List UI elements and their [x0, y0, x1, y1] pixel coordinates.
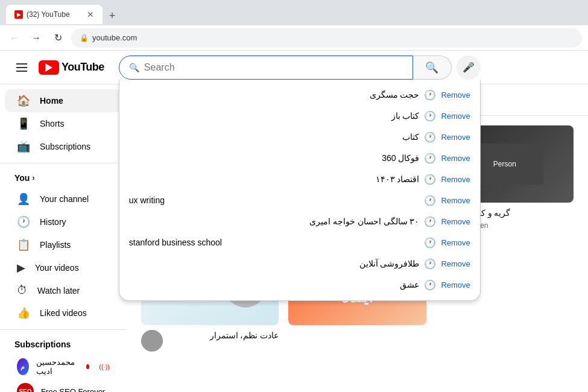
sidebar-item-subscriptions[interactable]: 📺 Subscriptions	[5, 135, 122, 158]
subscription-item-1[interactable]: م محمدحسین ادیب ((·))	[5, 354, 122, 379]
search-suggestions-dropdown: Remove🕐حجت مسگریRemove🕐کتاب بازRemove🕐کت…	[119, 80, 481, 301]
video-info-4: عادت نظم، استمرار	[141, 325, 279, 352]
tab-favicon: ▶	[14, 10, 23, 19]
suggestion-text-7: stanford business school	[129, 238, 420, 247]
yt-logo-text: YouTube	[62, 61, 104, 74]
subscriptions-icon: 📺	[17, 140, 30, 153]
suggestion-remove-1[interactable]: Remove	[441, 112, 470, 121]
suggestion-remove-4[interactable]: Remove	[441, 175, 470, 184]
browser-nav-bar: ← → ↻ 🔒 youtube.com	[0, 25, 588, 51]
yt-logo[interactable]: YouTube	[39, 60, 104, 75]
suggestion-remove-8[interactable]: Remove	[441, 259, 470, 268]
suggestion-text-0: حجت مسگری	[129, 90, 420, 100]
suggestion-item-9[interactable]: Remove🕐عشق	[119, 274, 480, 296]
browser-chrome: ▶ (32) YouTube ✕ +	[0, 0, 588, 25]
suggestion-remove-3[interactable]: Remove	[441, 154, 470, 163]
mic-button[interactable]: 🎤	[457, 55, 481, 80]
sidebar-item-home[interactable]: 🏠 Home	[5, 89, 122, 112]
suggestion-remove-2[interactable]: Remove	[441, 133, 470, 142]
subscription-item-2[interactable]: SEO Free SEO Forever	[5, 379, 122, 392]
suggestion-text-6: ۳۰ سالگی احسان خواجه امیری	[129, 217, 420, 226]
suggestion-item-1[interactable]: Remove🕐کتاب باز	[119, 106, 480, 127]
suggestion-clock-0: 🕐	[424, 89, 436, 101]
sub-avatar-2: SEO	[17, 383, 34, 392]
suggestion-item-4[interactable]: Remove🕐اقتصاد ۱۴۰۳	[119, 169, 480, 190]
you-section-title[interactable]: You ›	[0, 168, 127, 188]
new-tab-button[interactable]: +	[104, 7, 121, 24]
browser-tab[interactable]: ▶ (32) YouTube ✕	[6, 5, 103, 24]
address-bar[interactable]: 🔒 youtube.com	[71, 28, 582, 48]
watch-later-icon: ⏱	[17, 284, 28, 297]
suggestion-item-0[interactable]: Remove🕐حجت مسگری	[119, 84, 480, 106]
suggestion-remove-0[interactable]: Remove	[441, 90, 470, 100]
reload-button[interactable]: ↻	[49, 30, 66, 46]
back-button[interactable]: ←	[6, 30, 23, 46]
suggestion-text-2: کتاب	[129, 132, 420, 142]
suggestion-clock-2: 🕐	[424, 131, 436, 143]
sidebar-label-playlists: Playlists	[40, 240, 71, 250]
subscriptions-section-title: Subscriptions	[0, 335, 127, 354]
search-button[interactable]: 🔍	[413, 55, 452, 80]
sidebar-label-watch-later: Watch later	[37, 286, 80, 296]
suggestion-clock-4: 🕐	[424, 174, 436, 185]
live-indicator-1	[86, 364, 90, 369]
shorts-icon: 📱	[17, 117, 30, 130]
search-input[interactable]	[144, 62, 403, 73]
url-text: youtube.com	[92, 33, 137, 42]
search-prefix-icon: 🔍	[129, 63, 139, 72]
suggestion-item-3[interactable]: Remove🕐فوکال 360	[119, 148, 480, 169]
search-box[interactable]: 🔍	[119, 55, 413, 80]
suggestion-item-6[interactable]: Remove🕐۳۰ سالگی احسان خواجه امیری	[119, 211, 480, 232]
sidebar-divider-2	[0, 329, 127, 330]
sidebar-label-your-channel: Your channel	[40, 194, 89, 204]
youtube-app: YouTube 🔍 🔍 Remove🕐حجت مسگریRemove🕐کتاب …	[0, 51, 588, 392]
video-meta-4: عادت نظم، استمرار	[168, 330, 279, 352]
chevron-right-icon: ›	[32, 174, 34, 182]
home-icon: 🏠	[17, 94, 30, 107]
sub-label-2: Free SEO Forever	[41, 387, 105, 393]
hamburger-menu-button[interactable]	[10, 55, 34, 80]
yt-logo-icon	[39, 60, 59, 75]
sidebar-item-watch-later[interactable]: ⏱ Watch later	[5, 279, 122, 302]
suggestion-remove-9[interactable]: Remove	[441, 280, 470, 289]
sidebar-item-your-videos[interactable]: ▶ Your videos	[5, 256, 122, 279]
sidebar-item-shorts[interactable]: 📱 Shorts	[5, 112, 122, 135]
search-wrapper: 🔍 🔍 Remove🕐حجت مسگریRemove🕐کتاب بازRemov…	[119, 55, 481, 80]
suggestion-item-5[interactable]: Remove🕐ux writing	[119, 190, 480, 211]
sidebar-label-subscriptions: Subscriptions	[40, 142, 90, 151]
history-icon: 🕐	[17, 215, 30, 229]
sidebar-item-liked-videos[interactable]: 👍 Liked videos	[5, 302, 122, 324]
sidebar-item-your-channel[interactable]: 👤 Your channel	[5, 188, 122, 210]
suggestion-clock-7: 🕐	[424, 237, 436, 248]
sidebar-label-history: History	[40, 217, 66, 227]
playlists-icon: 📋	[17, 238, 30, 251]
sidebar-label-your-videos: Your videos	[35, 263, 79, 273]
suggestion-text-4: اقتصاد ۱۴۰۳	[129, 174, 420, 184]
suggestion-remove-6[interactable]: Remove	[441, 217, 470, 226]
forward-button[interactable]: →	[28, 30, 45, 46]
sub-label-1: محمدحسین ادیب	[36, 358, 77, 376]
subscriptions-label: Subscriptions	[14, 340, 71, 349]
tab-close-button[interactable]: ✕	[87, 10, 94, 19]
secure-icon: 🔒	[80, 34, 89, 42]
suggestion-clock-3: 🕐	[424, 153, 436, 164]
suggestion-clock-6: 🕐	[424, 216, 436, 227]
sidebar-item-history[interactable]: 🕐 History	[5, 210, 122, 233]
suggestion-clock-8: 🕐	[424, 258, 436, 270]
suggestion-item-2[interactable]: Remove🕐کتاب	[119, 127, 480, 148]
sidebar-item-playlists[interactable]: 📋 Playlists	[5, 233, 122, 256]
mic-icon: 🎤	[463, 62, 475, 73]
suggestion-item-7[interactable]: Remove🕐stanford business school	[119, 232, 480, 253]
suggestion-text-8: طلافروشی آنلاین	[129, 259, 420, 268]
sidebar-divider-1	[0, 163, 127, 163]
suggestion-item-8[interactable]: Remove🕐طلافروشی آنلاین	[119, 253, 480, 274]
live-icon: ((·))	[99, 363, 110, 370]
suggestion-remove-7[interactable]: Remove	[441, 238, 470, 247]
suggestion-remove-5[interactable]: Remove	[441, 196, 470, 205]
suggestion-text-3: فوکال 360	[129, 153, 420, 163]
tab-title: (32) YouTube	[27, 10, 70, 19]
suggestion-clock-1: 🕐	[424, 110, 436, 122]
sub-avatar-1: م	[17, 358, 29, 375]
channel-avatar-4	[141, 330, 163, 352]
suggestion-text-1: کتاب باز	[129, 111, 420, 121]
